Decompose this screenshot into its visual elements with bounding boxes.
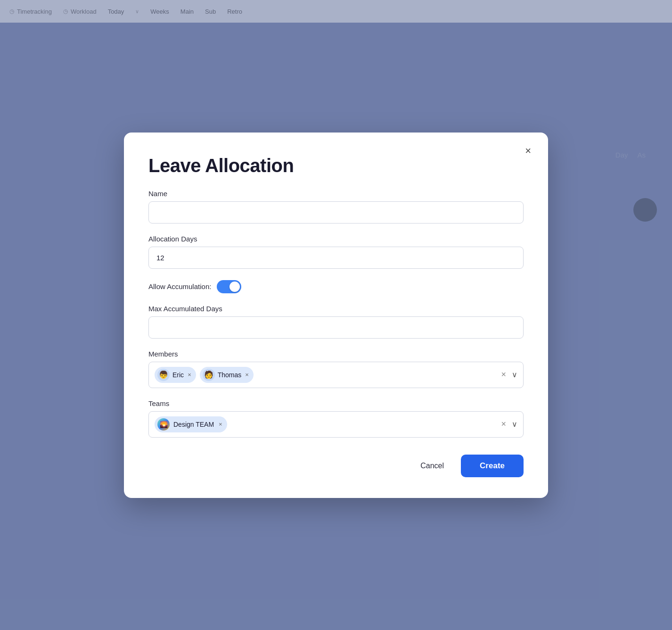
teams-field-group: Teams 🌄 Design TEAM × × ∨ <box>148 399 524 438</box>
allocation-days-label: Allocation Days <box>148 235 524 243</box>
members-tags-input[interactable]: 👦 Eric × 🧑 Thomas × × ∨ <box>148 362 524 388</box>
members-label: Members <box>148 350 524 358</box>
max-accumulated-days-field-group: Max Accumulated Days <box>148 305 524 339</box>
member-tag-eric: 👦 Eric × <box>155 367 196 383</box>
modal-footer: Cancel Create <box>148 455 524 477</box>
name-field-group: Name <box>148 190 524 224</box>
design-team-remove-button[interactable]: × <box>219 421 222 427</box>
create-button[interactable]: Create <box>461 455 524 477</box>
teams-clear-button[interactable]: × <box>501 419 506 429</box>
allow-accumulation-label: Allow Accumulation: <box>148 282 211 290</box>
modal-close-button[interactable]: × <box>521 144 535 158</box>
design-team-avatar: 🌄 <box>157 418 170 431</box>
max-accumulated-days-label: Max Accumulated Days <box>148 305 524 313</box>
eric-remove-button[interactable]: × <box>188 372 191 378</box>
team-tag-design: 🌄 Design TEAM × <box>155 416 227 432</box>
eric-name: Eric <box>172 371 184 379</box>
members-actions: × ∨ <box>501 370 517 380</box>
teams-chevron-button[interactable]: ∨ <box>512 420 517 429</box>
allocation-days-input[interactable] <box>148 247 524 269</box>
name-input[interactable] <box>148 201 524 224</box>
member-tag-thomas: 🧑 Thomas × <box>200 367 254 383</box>
members-chevron-button[interactable]: ∨ <box>512 370 517 379</box>
leave-allocation-modal: × Leave Allocation Name Allocation Days … <box>124 133 548 498</box>
allow-accumulation-toggle[interactable] <box>217 280 241 293</box>
members-field-group: Members 👦 Eric × 🧑 Thomas × × ∨ <box>148 350 524 388</box>
thomas-avatar: 🧑 <box>203 369 215 381</box>
max-accumulated-days-input[interactable] <box>148 316 524 339</box>
modal-overlay: × Leave Allocation Name Allocation Days … <box>0 0 672 630</box>
design-team-name: Design TEAM <box>173 421 214 428</box>
teams-tags-input[interactable]: 🌄 Design TEAM × × ∨ <box>148 411 524 438</box>
members-clear-button[interactable]: × <box>501 370 506 380</box>
name-label: Name <box>148 190 524 198</box>
thomas-name: Thomas <box>218 371 242 379</box>
teams-actions: × ∨ <box>501 419 517 429</box>
cancel-button[interactable]: Cancel <box>413 457 451 475</box>
modal-title: Leave Allocation <box>148 155 524 176</box>
allow-accumulation-row: Allow Accumulation: <box>148 280 524 293</box>
thomas-remove-button[interactable]: × <box>245 372 249 378</box>
teams-label: Teams <box>148 399 524 407</box>
eric-avatar: 👦 <box>157 369 170 381</box>
allocation-days-field-group: Allocation Days <box>148 235 524 269</box>
